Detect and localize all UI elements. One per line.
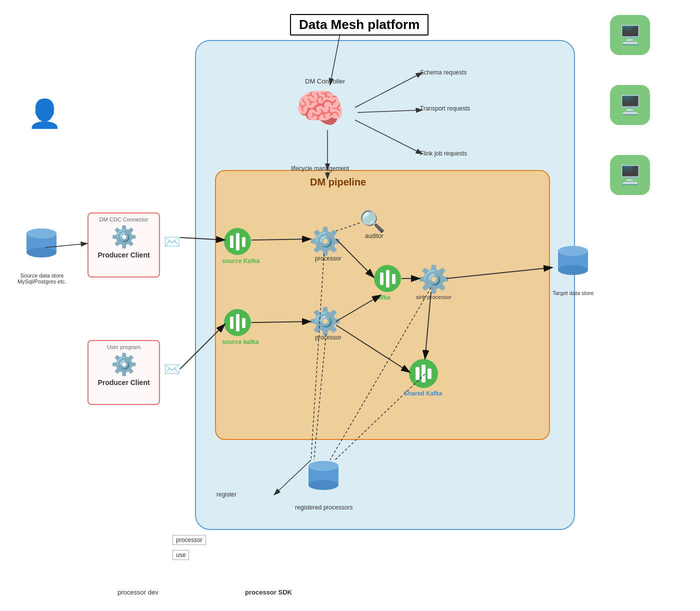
svg-rect-13 [230, 316, 234, 329]
dm-controller-label: DM Controller [305, 78, 345, 85]
processor-1-icon: ⚙️ [309, 226, 342, 256]
auditor-label: auditor [365, 232, 384, 240]
producer2-title: User program [88, 344, 159, 350]
source-db-label: Source data storeMySql/Postgres etc. [18, 272, 66, 284]
svg-point-6 [558, 265, 588, 275]
processor-bottom-box: processor [172, 535, 206, 545]
svg-rect-10 [236, 233, 240, 250]
svg-rect-17 [380, 272, 384, 285]
target-db-label: Target data store [552, 290, 594, 296]
person-icon: 👤 [28, 98, 62, 130]
svg-point-7 [558, 246, 588, 256]
processor-1-label: processor [315, 255, 342, 262]
source-kafka-2-label: source kafka [222, 338, 258, 346]
pipeline-title: DM pipeline [310, 176, 366, 188]
producer2-gear: ⚙️ [88, 352, 159, 376]
transport-requests-label: Transport requests [420, 105, 470, 112]
lifecycle-label: lifecycle management [291, 165, 349, 172]
producer-client-1: DM CDC Connector ⚙️ Producer Client [88, 212, 160, 278]
server-icon-1: 🖥️ [610, 15, 650, 55]
kafka-mid-icon [374, 265, 402, 294]
producer-client-2: User program ⚙️ Producer Client [88, 340, 160, 405]
processor-2-label: processor [315, 334, 342, 341]
svg-rect-14 [236, 314, 240, 332]
svg-point-26 [308, 480, 338, 490]
flink-requests-label: Flink job requests [420, 150, 467, 157]
shared-kafka-label: Shared Kafka [404, 390, 442, 397]
svg-point-27 [308, 461, 338, 471]
source-db: Source data storeMySql/Postgres etc. [18, 228, 66, 284]
source-kafka-1-icon [224, 228, 252, 258]
processor-2-icon: ⚙️ [309, 306, 342, 336]
source-kafka-2-icon [224, 309, 252, 338]
shared-kafka-icon [409, 359, 438, 390]
kafka-mid-label: Kafka [374, 294, 390, 301]
registered-processors-label: registered processors [295, 504, 352, 511]
source-kafka-1-label: source Kafka [222, 258, 260, 264]
svg-rect-21 [416, 367, 420, 380]
svg-rect-22 [422, 364, 426, 382]
svg-rect-18 [386, 270, 390, 288]
producer1-title: DM CDC Connector [88, 216, 159, 222]
auditor-icon: 🔍 [359, 209, 385, 234]
sink-processor-label: sink processor [416, 294, 452, 300]
producer1-gear: ⚙️ [88, 224, 159, 249]
register-label: register [216, 491, 236, 498]
svg-point-3 [26, 228, 56, 238]
use-bottom-box: use [172, 550, 189, 560]
svg-rect-15 [242, 318, 246, 328]
email-icon-1: ✉️ [164, 234, 180, 250]
brain-icon: 🧠 [295, 85, 345, 132]
schema-requests-label: Schema requests [420, 69, 466, 76]
main-title: Data Mesh platform [290, 14, 428, 36]
svg-rect-23 [428, 368, 432, 379]
target-db: Target data store [552, 245, 594, 296]
svg-rect-9 [230, 236, 234, 248]
svg-rect-11 [242, 237, 246, 247]
registered-processors-db: registered processors [295, 460, 352, 511]
processor-sdk-label: processor SDK [245, 588, 292, 596]
producer2-label: Producer Client [88, 378, 159, 386]
server-icon-2: 🖥️ [610, 85, 650, 125]
svg-point-2 [26, 248, 56, 258]
server-icon-3: 🖥️ [610, 155, 650, 195]
producer1-label: Producer Client [88, 251, 159, 259]
email-icon-2: ✉️ [164, 362, 180, 377]
svg-rect-19 [392, 274, 396, 284]
sink-processor-icon: ⚙️ [418, 264, 450, 294]
diagram-container: Data Mesh platform DM pipeline DM Contro… [0, 0, 700, 611]
processor-dev-label: processor dev [118, 588, 158, 596]
